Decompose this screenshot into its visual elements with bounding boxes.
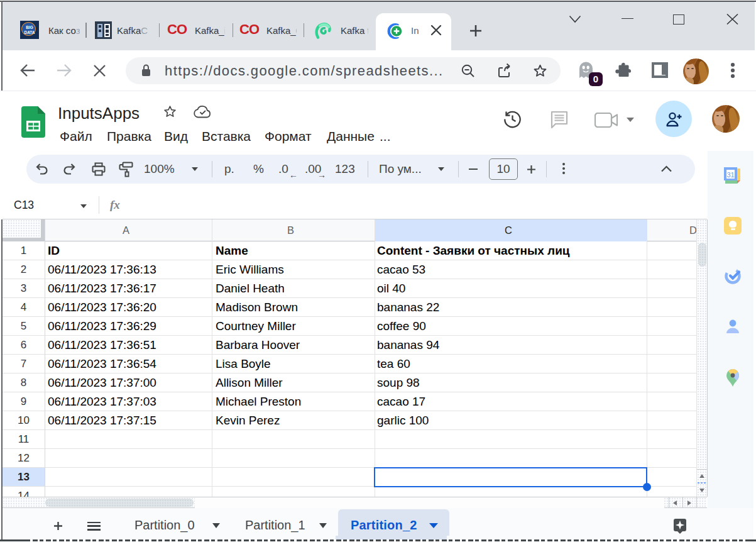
svg-text:31: 31: [726, 171, 734, 179]
